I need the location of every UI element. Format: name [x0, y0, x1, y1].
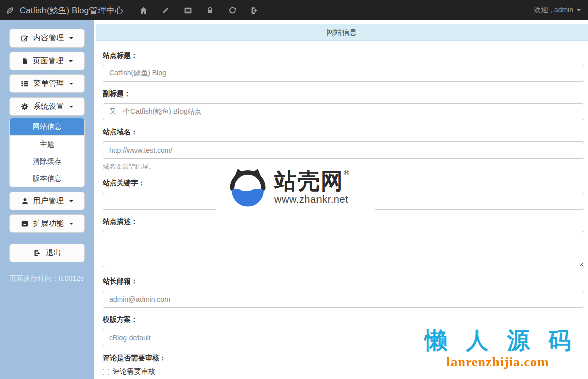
home-icon[interactable] — [132, 0, 155, 20]
exec-time-text: 页面执行时间：0.0012s — [9, 274, 85, 283]
email-field: 站长邮箱： — [103, 277, 584, 308]
watermark-url: www.zhankr.net — [274, 194, 349, 205]
sidebar-item-label: 页面管理 — [33, 56, 63, 66]
sidebar-item-menus[interactable]: 菜单管理 — [9, 74, 85, 93]
site-title-label: 站点标题： — [103, 51, 584, 60]
chevron-down-icon — [69, 37, 73, 39]
box-icon — [21, 220, 29, 228]
chevron-down-icon — [69, 200, 73, 202]
logout-button[interactable]: 退出 — [9, 244, 85, 262]
comment-audit-checkbox-label: 评论需要审核 — [113, 367, 155, 376]
edit-icon — [21, 34, 29, 42]
registered-mark: ® — [344, 169, 349, 176]
user-icon — [21, 197, 29, 205]
sidebar-item-label: 用户管理 — [33, 196, 64, 206]
logout-label: 退出 — [46, 248, 61, 258]
sidebar-item-version[interactable]: 版本信息 — [10, 170, 84, 187]
subtitle-field: 副标题： — [103, 89, 584, 120]
subtitle-input[interactable] — [103, 103, 584, 120]
watermark-lanren-url: lanrenzhijia.com — [446, 355, 549, 370]
sidebar-item-label: 菜单管理 — [33, 79, 64, 88]
sidebar-item-content[interactable]: 内容管理 — [9, 29, 85, 48]
app-title: Catfish(鲶鱼) Blog管理中心 — [20, 5, 123, 16]
sidebar-item-users[interactable]: 用户管理 — [9, 192, 85, 210]
comment-audit-checkbox[interactable] — [103, 369, 109, 375]
chevron-down-icon — [69, 83, 73, 85]
pencil-icon[interactable] — [155, 0, 177, 20]
chevron-down-icon — [69, 223, 73, 225]
lock-icon[interactable] — [199, 0, 221, 20]
leaf-logo-icon — [5, 6, 15, 15]
description-textarea[interactable] — [103, 231, 584, 267]
site-title-field: 站点标题： — [103, 51, 584, 82]
domain-label: 站点域名： — [103, 128, 584, 137]
sidebar-item-label: 扩展功能 — [33, 219, 64, 228]
chevron-down-icon — [577, 9, 581, 11]
watermark-title: 站壳网 — [274, 170, 344, 192]
site-title-input[interactable] — [103, 65, 584, 82]
page-title: 网站信息 — [96, 24, 588, 41]
signout-icon — [33, 249, 41, 257]
list-icon — [21, 80, 29, 88]
top-navbar: Catfish(鲶鱼) Blog管理中心 — [0, 0, 588, 20]
user-menu[interactable]: 欢迎 , admin — [534, 6, 581, 15]
document-icon[interactable] — [177, 0, 199, 20]
gear-icon — [21, 103, 29, 111]
sidebar-item-extensions[interactable]: 扩展功能 — [9, 214, 85, 233]
domain-input[interactable] — [103, 141, 584, 159]
sidebar: 内容管理 页面管理 菜单管理 — [0, 20, 94, 379]
email-label: 站长邮箱： — [103, 277, 584, 286]
sidebar-item-label: 系统设置 — [33, 102, 64, 111]
welcome-text: 欢迎 , admin — [534, 6, 573, 15]
cat-logo-icon — [228, 167, 268, 208]
watermark-zhankr: 站壳网 ® www.zhankr.net — [216, 162, 375, 213]
sidebar-item-theme[interactable]: 主题 — [10, 135, 84, 153]
chevron-down-icon — [69, 106, 73, 108]
sidebar-item-clear-cache[interactable]: 清除缓存 — [10, 153, 84, 170]
sidebar-item-site-info[interactable]: 网站信息 — [10, 118, 84, 135]
refresh-icon[interactable] — [221, 0, 244, 20]
sidebar-item-label: 内容管理 — [33, 33, 64, 43]
subtitle-label: 副标题： — [103, 89, 584, 99]
signout-icon[interactable] — [244, 0, 266, 20]
description-field: 站点描述： — [103, 217, 584, 269]
watermark-lanren-title: 懒 人 源 码 — [419, 328, 577, 353]
description-label: 站点描述： — [103, 217, 584, 226]
file-icon — [21, 57, 28, 65]
settings-submenu: 网站信息 主题 清除缓存 版本信息 — [9, 118, 85, 187]
chevron-down-icon — [69, 60, 73, 62]
sidebar-item-settings[interactable]: 系统设置 — [9, 97, 85, 116]
email-input[interactable] — [103, 291, 584, 308]
watermark-lanren: 懒 人 源 码 lanrenzhijia.com — [408, 319, 588, 379]
sidebar-item-pages[interactable]: 页面管理 — [9, 52, 85, 70]
